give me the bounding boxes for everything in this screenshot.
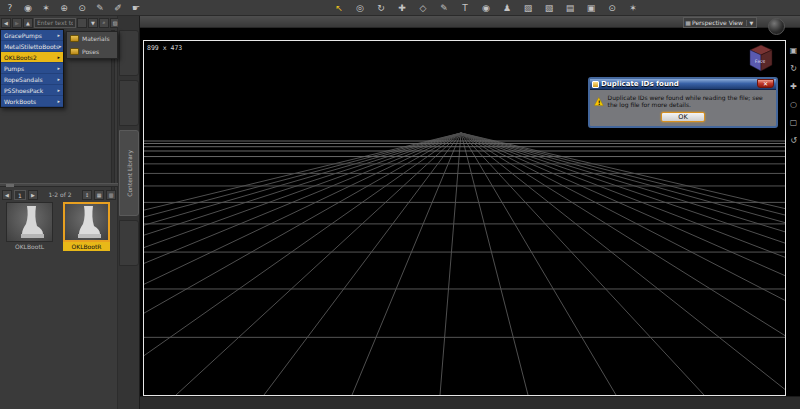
dialog-body: ! Duplicate IDs were found while reading… bbox=[590, 90, 776, 126]
menu-item-pumps[interactable]: Pumps ▸ bbox=[1, 63, 63, 74]
search-input[interactable] bbox=[34, 18, 76, 28]
menu-item-label: RopeSandals bbox=[4, 76, 43, 83]
list-view-button[interactable]: ▥ bbox=[106, 190, 116, 200]
menu-item-label: OKLBoots2 bbox=[4, 54, 37, 61]
page-number-field[interactable]: 1 bbox=[14, 190, 26, 200]
submenu-item-poses[interactable]: Poses bbox=[67, 45, 117, 58]
orbit-tool-icon[interactable]: ◎ bbox=[354, 1, 366, 14]
utility-toolbar: ? ◉ ✶ ⊕ ⊙ ✎ ✐ ☛ bbox=[4, 1, 142, 14]
spin-nav-icon[interactable]: ↺ bbox=[788, 134, 800, 147]
orbit-nav-icon[interactable]: ↻ bbox=[788, 62, 800, 75]
page-range-label: 1-2 of 2 bbox=[43, 191, 77, 198]
menu-item-label: PSShoesPack bbox=[4, 87, 43, 94]
orbit-sphere-control[interactable] bbox=[768, 18, 785, 35]
menu-item-oklboots2[interactable]: OKLBoots2 ▸ bbox=[1, 52, 63, 63]
submenu-arrow-icon: ▸ bbox=[57, 87, 60, 93]
side-tab-2[interactable] bbox=[119, 80, 139, 126]
submenu-item-label: Materials bbox=[82, 35, 110, 42]
uv-tool-icon[interactable]: ▤ bbox=[564, 1, 576, 14]
menu-item-label: WorkBoots bbox=[4, 98, 36, 105]
ok-button[interactable]: OK bbox=[661, 112, 705, 122]
application-window: ? ◉ ✶ ⊕ ⊙ ✎ ✐ ☛ ↖ ◎ ↻ ✚ ◇ ✎ T ◉ ♟ ▨ ▧ ▤ … bbox=[0, 0, 800, 409]
next-page-button[interactable]: ▶ bbox=[28, 190, 38, 200]
light-tool-icon[interactable]: ✶ bbox=[627, 1, 639, 14]
dialog-title-bar[interactable]: Duplicate IDs found ✕ bbox=[590, 79, 776, 90]
up-button[interactable]: ▲ bbox=[23, 18, 33, 28]
side-tab-content-library[interactable]: Content Library bbox=[119, 130, 139, 216]
menu-item-label: Pumps bbox=[4, 65, 24, 72]
dialog-app-icon bbox=[592, 81, 599, 88]
tab-label: Content Library bbox=[126, 150, 133, 197]
camera-icon[interactable]: ◉ bbox=[22, 1, 34, 14]
context-submenu: Materials Poses bbox=[66, 31, 118, 59]
view-icon: ▦ bbox=[684, 19, 692, 26]
camera-tool-icon[interactable]: ⊙ bbox=[606, 1, 618, 14]
style-tool-icon[interactable]: ✎ bbox=[438, 1, 450, 14]
pointer-icon[interactable]: ☛ bbox=[130, 1, 142, 14]
context-menu: GracePumps ▸ MetalStilettoBoots ▸ OKLBoo… bbox=[0, 29, 64, 108]
menu-item-workboots[interactable]: WorkBoots ▸ bbox=[1, 96, 63, 107]
filter-button[interactable] bbox=[77, 18, 87, 28]
view-cube[interactable]: Face bbox=[744, 42, 778, 78]
main-toolbar: ↖ ◎ ↻ ✚ ◇ ✎ T ◉ ♟ ▨ ▧ ▤ ▣ ⊙ ✶ bbox=[333, 1, 639, 14]
menu-item-label: MetalStilettoBoots bbox=[4, 43, 59, 50]
frame-nav-icon[interactable]: ▢ bbox=[788, 116, 800, 129]
boot-thumbnail-image bbox=[6, 202, 53, 242]
menu-item-ropesandals[interactable]: RopeSandals ▸ bbox=[1, 74, 63, 85]
zoom-nav-icon[interactable]: ○ bbox=[788, 98, 800, 111]
search-icon[interactable]: ⌕ bbox=[99, 18, 109, 28]
clock-icon[interactable]: ⊙ bbox=[76, 1, 88, 14]
top-toolbar: ? ◉ ✶ ⊕ ⊙ ✎ ✐ ☛ ↖ ◎ ↻ ✚ ◇ ✎ T ◉ ♟ ▨ ▧ ▤ … bbox=[0, 0, 800, 16]
menu-item-gracepumps[interactable]: GracePumps ▸ bbox=[1, 30, 63, 41]
submenu-arrow-icon: ▸ bbox=[57, 65, 60, 71]
brush-icon[interactable]: ✐ bbox=[112, 1, 124, 14]
figure-tool-icon[interactable]: ♟ bbox=[501, 1, 513, 14]
pan-nav-icon[interactable]: ✚ bbox=[788, 80, 800, 93]
sort-button[interactable]: ↕ bbox=[82, 190, 92, 200]
scale-tool-icon[interactable]: ◇ bbox=[417, 1, 429, 14]
view-selector-dropdown[interactable]: ▦ Perspective View ▼ bbox=[683, 17, 757, 28]
select-tool-icon[interactable]: ↖ bbox=[333, 1, 345, 14]
help-icon[interactable]: ? bbox=[4, 1, 16, 14]
submenu-arrow-icon: ▸ bbox=[57, 32, 60, 38]
viewport-nav-tools: ▣ ↻ ✚ ○ ▢ ↺ bbox=[787, 44, 800, 147]
asset-thumbnail-okbootr[interactable]: OKLBootR bbox=[63, 202, 110, 251]
view-selector-label: Perspective View bbox=[692, 19, 746, 26]
asset-thumbnails: OKLBootL OKLBootR bbox=[6, 202, 110, 251]
menu-item-psshoespack[interactable]: PSShoesPack ▸ bbox=[1, 85, 63, 96]
submenu-item-materials[interactable]: Materials bbox=[67, 32, 117, 45]
back-button[interactable]: ◀ bbox=[1, 18, 11, 28]
menu-item-metalstilettoboots[interactable]: MetalStilettoBoots ▸ bbox=[1, 41, 63, 52]
asset-thumbnail-okbootl[interactable]: OKLBootL bbox=[6, 202, 53, 251]
menu-item-label: GracePumps bbox=[4, 32, 42, 39]
search-bar: ◀ ▶ ▲ ▼ ⌕ ▨ bbox=[0, 16, 118, 29]
dialog-title: Duplicate IDs found bbox=[601, 80, 755, 88]
viewport-dimensions-label: 899 x 473 bbox=[147, 44, 182, 52]
info-icon[interactable]: ⊕ bbox=[58, 1, 70, 14]
svg-text:!: ! bbox=[598, 98, 601, 105]
translate-tool-icon[interactable]: ✚ bbox=[396, 1, 408, 14]
view-cube-face-label: Face bbox=[755, 58, 766, 64]
grid-view-button[interactable]: ▦ bbox=[94, 190, 104, 200]
cube-nav-icon[interactable]: ▣ bbox=[788, 44, 800, 57]
side-tab-1[interactable] bbox=[119, 30, 139, 76]
shader-tool-icon[interactable]: ▧ bbox=[543, 1, 555, 14]
folder-icon bbox=[70, 48, 79, 55]
spray-icon[interactable]: ✎ bbox=[94, 1, 106, 14]
prev-page-button[interactable]: ◀ bbox=[2, 190, 12, 200]
close-icon[interactable]: ✕ bbox=[757, 79, 774, 88]
viewport-3d[interactable]: ▦ Perspective View ▼ 899 x 473 Face ▣ ↻ … bbox=[140, 16, 800, 396]
dialog-message: Duplicate IDs were found while reading t… bbox=[608, 94, 772, 108]
filter-dropdown-icon[interactable]: ▼ bbox=[88, 18, 98, 28]
forward-button[interactable]: ▶ bbox=[12, 18, 22, 28]
viewport-bottom-bar bbox=[140, 396, 800, 409]
node-tool-icon[interactable]: ◉ bbox=[480, 1, 492, 14]
surface-tool-icon[interactable]: ▨ bbox=[522, 1, 534, 14]
rotate-tool-icon[interactable]: ↻ bbox=[375, 1, 387, 14]
side-tab-4[interactable] bbox=[119, 220, 139, 266]
text-tool-icon[interactable]: T bbox=[459, 1, 471, 14]
thumbnail-label: OKLBootR bbox=[63, 242, 110, 251]
panel-divider-handle[interactable] bbox=[0, 183, 118, 187]
wand-icon[interactable]: ✶ bbox=[40, 1, 52, 14]
render-tool-icon[interactable]: ▣ bbox=[585, 1, 597, 14]
